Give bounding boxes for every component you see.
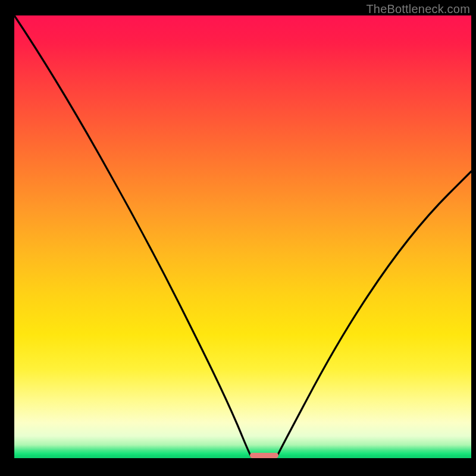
bottleneck-curve [14,15,471,458]
watermark-text: TheBottleneck.com [366,2,470,16]
curve-left-branch [14,15,251,456]
bottleneck-marker [250,453,278,458]
chart-frame: TheBottleneck.com [0,0,476,476]
plot-area [14,15,471,458]
curve-right-branch [277,171,471,456]
